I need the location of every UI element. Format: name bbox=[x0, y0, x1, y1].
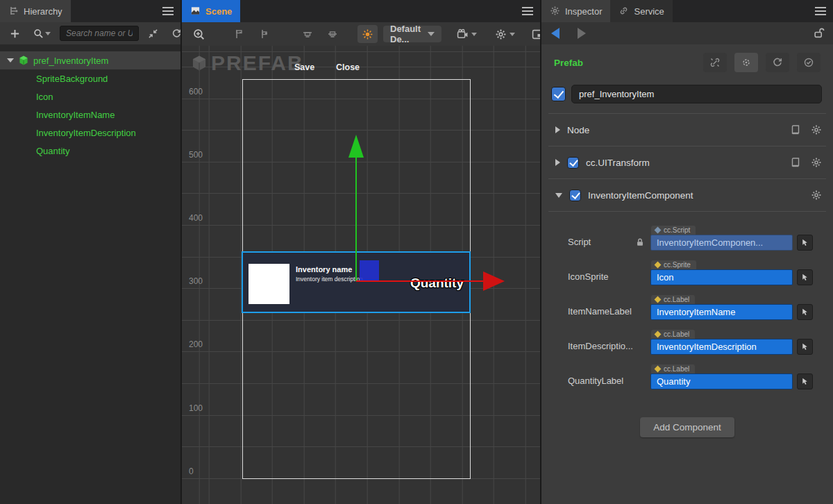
collapse-caret-icon[interactable] bbox=[555, 126, 560, 133]
camera-menu-icon[interactable] bbox=[453, 25, 481, 43]
prefab-cube-icon bbox=[18, 55, 29, 66]
help-book-icon[interactable] bbox=[790, 157, 801, 168]
inspector-menu-icon[interactable] bbox=[815, 7, 826, 15]
component-gear-icon[interactable] bbox=[811, 157, 822, 168]
locate-prefab-button[interactable] bbox=[734, 53, 758, 72]
hierarchy-tree-icon bbox=[8, 6, 19, 17]
search-filter-button[interactable] bbox=[29, 24, 55, 42]
type-chip-label: cc.Sprite bbox=[664, 261, 691, 269]
reference-picker-icon[interactable] bbox=[797, 339, 813, 355]
scene-panel: Scene Default De... bbox=[182, 0, 540, 504]
tree-node-label: InventoryItemName bbox=[36, 110, 115, 120]
component-gear-icon[interactable] bbox=[811, 124, 822, 135]
tree-node[interactable]: Quantity bbox=[0, 142, 180, 160]
apply-prefab-button[interactable] bbox=[797, 53, 821, 72]
node-reference-field[interactable]: Quantity bbox=[650, 373, 793, 389]
component-gear-icon[interactable] bbox=[811, 190, 822, 201]
tree-node-label: Quantity bbox=[36, 146, 69, 156]
type-diamond-icon bbox=[655, 262, 662, 269]
camera-preset-value: Default De... bbox=[390, 24, 421, 44]
tree-node-root[interactable]: pref_InventoryItem bbox=[0, 51, 180, 69]
inspector-nav-row bbox=[541, 22, 833, 44]
component-enabled-checkbox[interactable] bbox=[569, 190, 581, 201]
ruler-label-200: 200 bbox=[189, 339, 203, 349]
collapse-caret-icon[interactable] bbox=[555, 193, 562, 198]
section-inventoryitemcomponent[interactable]: InventoryItemComponent bbox=[541, 179, 833, 211]
add-component-button[interactable]: Add Component bbox=[640, 417, 734, 437]
section-node[interactable]: Node bbox=[541, 114, 833, 146]
gizmo-x-arrowhead[interactable] bbox=[483, 271, 505, 291]
scene-viewport[interactable]: PREFAB Save Close 600 500 400 300 200 10… bbox=[182, 46, 540, 504]
item-description-label: Inventory item description bbox=[296, 276, 363, 283]
align-top-icon[interactable] bbox=[298, 25, 317, 43]
nav-forward-icon[interactable] bbox=[578, 28, 586, 39]
type-chip: cc.Sprite bbox=[651, 260, 696, 269]
node-name-input[interactable] bbox=[571, 85, 822, 103]
lighting-toggle-icon[interactable] bbox=[357, 25, 378, 43]
camera-preset-dropdown[interactable]: Default De... bbox=[383, 26, 441, 42]
reference-picker-icon[interactable] bbox=[797, 269, 813, 285]
search-input[interactable] bbox=[60, 26, 139, 41]
align-left-icon[interactable] bbox=[230, 25, 249, 43]
prefab-asset-row: Prefab bbox=[541, 44, 833, 79]
unlock-icon[interactable] bbox=[813, 27, 825, 39]
scene-settings-icon[interactable] bbox=[491, 25, 519, 43]
prefab-close-button[interactable]: Close bbox=[336, 62, 360, 72]
tree-node-label: InventoryItemDescription bbox=[36, 128, 136, 138]
gizmo-y-arrowhead[interactable] bbox=[348, 135, 364, 158]
item-quantity-label: Quantity bbox=[410, 276, 464, 291]
item-icon-sprite[interactable] bbox=[249, 264, 289, 304]
nav-back-icon[interactable] bbox=[551, 28, 559, 39]
ruler-label-300: 300 bbox=[189, 276, 203, 286]
lock-icon bbox=[635, 237, 645, 247]
hierarchy-tabbar: Hierarchy bbox=[0, 0, 180, 22]
hierarchy-tree: pref_InventoryItem SpriteBackground Icon… bbox=[0, 44, 180, 504]
prop-label: Script bbox=[568, 237, 591, 247]
node-reference-field[interactable]: InventoryItemName bbox=[650, 304, 793, 320]
type-diamond-icon bbox=[655, 366, 662, 373]
hierarchy-menu-icon[interactable] bbox=[162, 7, 174, 15]
component-enabled-checkbox[interactable] bbox=[567, 157, 579, 169]
unlink-prefab-button[interactable] bbox=[703, 53, 727, 72]
tab-scene[interactable]: Scene bbox=[182, 0, 240, 22]
section-uitransform[interactable]: cc.UITransform bbox=[541, 146, 833, 178]
tree-node[interactable]: InventoryItemDescription bbox=[0, 124, 180, 142]
help-book-icon[interactable] bbox=[790, 124, 801, 135]
reference-picker-icon[interactable] bbox=[797, 373, 813, 389]
align-center-horizontal-icon[interactable] bbox=[255, 25, 274, 43]
collapse-all-button[interactable] bbox=[144, 24, 162, 42]
expand-caret-icon[interactable] bbox=[7, 58, 14, 62]
tab-inspector[interactable]: Inspector bbox=[541, 0, 610, 22]
ruler-label-400: 400 bbox=[189, 213, 203, 223]
gizmo-x-axis[interactable] bbox=[356, 280, 483, 282]
prefab-save-button[interactable]: Save bbox=[294, 62, 314, 72]
gizmo-y-axis[interactable] bbox=[355, 157, 357, 281]
inspector-tabbar: Inspector Service bbox=[541, 0, 833, 22]
tree-node[interactable]: InventoryItemName bbox=[0, 106, 180, 124]
node-reference-field[interactable]: Icon bbox=[650, 269, 793, 285]
type-chip: cc.Label bbox=[651, 295, 695, 304]
script-reference-field[interactable]: InventoryItemComponen... bbox=[650, 235, 793, 251]
dropdown-caret-icon bbox=[428, 32, 435, 36]
node-active-checkbox[interactable] bbox=[551, 87, 566, 101]
scene-toolbar: Default De... bbox=[182, 22, 540, 46]
reset-prefab-button[interactable] bbox=[766, 53, 789, 72]
hierarchy-toolbar bbox=[0, 22, 180, 44]
gizmo-xy-plane-handle[interactable] bbox=[360, 260, 379, 281]
prop-label: ItemNameLabel bbox=[568, 306, 632, 317]
tab-hierarchy[interactable]: Hierarchy bbox=[0, 0, 71, 22]
tab-hierarchy-label: Hierarchy bbox=[24, 6, 62, 17]
tree-node[interactable]: SpriteBackground bbox=[0, 69, 180, 87]
zoom-tool-icon[interactable] bbox=[189, 25, 209, 43]
reference-picker-icon[interactable] bbox=[797, 235, 813, 251]
create-node-button[interactable] bbox=[6, 24, 24, 42]
prop-label: ItemDescriptio... bbox=[568, 341, 633, 351]
node-reference-field[interactable]: InventoryItemDescription bbox=[650, 339, 793, 355]
scene-menu-icon[interactable] bbox=[522, 7, 533, 15]
reference-picker-icon[interactable] bbox=[797, 304, 813, 320]
collapse-caret-icon[interactable] bbox=[555, 159, 560, 166]
tab-service[interactable]: Service bbox=[610, 0, 672, 22]
prop-label: QuantityLabel bbox=[568, 376, 623, 386]
align-middle-icon[interactable] bbox=[323, 25, 342, 43]
tree-node[interactable]: Icon bbox=[0, 87, 180, 106]
